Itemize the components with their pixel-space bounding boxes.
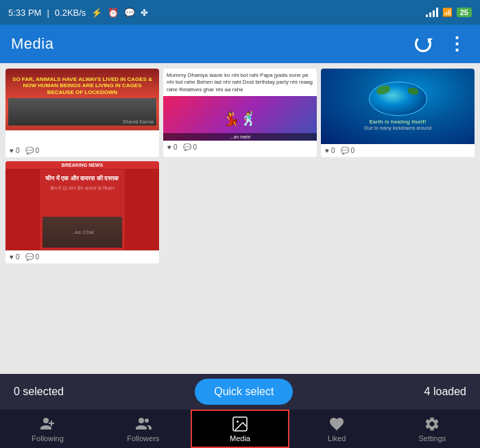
likes-3: ♥ 0 xyxy=(325,147,335,154)
refresh-icon xyxy=(415,36,431,52)
earth-image xyxy=(369,82,427,116)
comments-1: 💬 0 xyxy=(25,147,40,154)
media-icon xyxy=(232,416,248,432)
card-overlay-2: ...on mein xyxy=(163,133,317,141)
battery-icon: 25 xyxy=(457,8,472,17)
status-divider: | xyxy=(47,8,49,18)
nav-label-following: Following xyxy=(32,434,63,443)
more-options-button[interactable]: ⋮ xyxy=(445,31,469,58)
followers-icon xyxy=(135,416,152,432)
comment-icon: 💬 xyxy=(341,147,349,154)
comment-icon: 💬 xyxy=(183,143,191,151)
card-subtext-4: चीन में 32 लोग हैंगा वायरस के शिकार xyxy=(47,186,117,191)
card-headline-1: So far, Animals have always Lived in Cag… xyxy=(8,73,156,99)
card-image-1: So far, Animals have always Lived in Cag… xyxy=(5,69,159,130)
grid-icon: ✤ xyxy=(141,8,148,18)
header: Media ⋮ xyxy=(0,25,480,63)
card-stats-1: ♥ 0 💬 0 xyxy=(5,144,159,157)
refresh-button[interactable] xyxy=(412,33,434,55)
status-time: 5:33 PM xyxy=(8,8,41,18)
card-text-2: Mummy Dhaniya laane ko nhi bol rahi Papa… xyxy=(163,69,317,93)
svg-point-1 xyxy=(139,418,144,423)
heart-icon: ♥ xyxy=(10,253,14,261)
bottom-selection-bar: 0 selected Quick select 4 loaded xyxy=(0,374,480,410)
svg-point-4 xyxy=(237,421,239,423)
nav-item-media[interactable]: Media xyxy=(191,410,289,448)
heart-icon: ♥ xyxy=(325,147,329,154)
card-photo-1: Shared Karma xyxy=(8,98,156,126)
media-card[interactable]: Mummy Dhaniya laane ko nhi bol rahi Papa… xyxy=(163,69,317,157)
status-speed: 0.2KB/s xyxy=(55,8,86,18)
liked-icon xyxy=(328,416,345,432)
card-stats-3: ♥ 0 💬 0 xyxy=(321,144,475,157)
selected-count: 0 selected xyxy=(14,386,64,398)
comments-3: 💬 0 xyxy=(341,147,355,154)
likes-2: ♥ 0 xyxy=(167,143,178,151)
svg-point-2 xyxy=(145,418,149,423)
flash-off-icon: ⚡ xyxy=(91,8,102,18)
nav-label-media: Media xyxy=(230,434,250,443)
media-card[interactable]: So far, Animals have always Lived in Cag… xyxy=(5,69,159,157)
comments-2: 💬 0 xyxy=(183,143,197,151)
nav-item-liked[interactable]: Liked xyxy=(289,410,385,448)
media-grid: So far, Animals have always Lived in Cag… xyxy=(5,69,475,263)
nav-label-followers: Followers xyxy=(127,434,159,443)
nav-item-following[interactable]: Following xyxy=(0,410,95,448)
loaded-count: 4 loaded xyxy=(424,386,466,398)
watermark-1: Shared Karma xyxy=(123,119,154,124)
content-area: So far, Animals have always Lived in Cag… xyxy=(0,63,480,374)
settings-icon xyxy=(424,416,440,432)
comment-icon: 💬 xyxy=(25,147,34,154)
card-image-2: 💃🕺 ...on mein xyxy=(163,96,317,141)
heart-icon: ♥ xyxy=(10,147,14,154)
card-image-3: Earth is healing itself!Due to many lock… xyxy=(321,69,475,144)
card-stats-2: ♥ 0 💬 0 xyxy=(163,141,317,154)
likes-1: ♥ 0 xyxy=(10,147,20,154)
more-icon: ⋮ xyxy=(448,34,466,55)
likes-4: ♥ 0 xyxy=(10,253,20,261)
bottom-navigation: Following Followers Media Liked Settings xyxy=(0,410,480,448)
comments-4: 💬 0 xyxy=(25,253,40,261)
whatsapp-icon: 💬 xyxy=(124,8,135,18)
svg-point-0 xyxy=(43,418,49,423)
media-card[interactable]: BREAKING NEWS चीन में एक और वायरस की दस्… xyxy=(5,161,159,263)
comment-icon: 💬 xyxy=(25,253,34,261)
page-title: Media xyxy=(11,35,53,53)
card-headline-4: चीन में एक और वायरस की दस्तक xyxy=(43,172,121,186)
media-card[interactable]: Earth is healing itself!Due to many lock… xyxy=(321,69,475,157)
nav-item-followers[interactable]: Followers xyxy=(95,410,191,448)
card-photo-4: ...ke Chal xyxy=(43,217,121,248)
wifi-icon: 📶 xyxy=(442,8,453,17)
status-right: 📶 25 xyxy=(426,8,472,17)
card-stats-4: ♥ 0 💬 0 xyxy=(5,250,159,263)
alarm-icon: ⏰ xyxy=(108,8,119,18)
breaking-news-bar: BREAKING NEWS xyxy=(5,161,159,169)
nav-label-settings: Settings xyxy=(419,434,446,443)
header-actions: ⋮ xyxy=(412,31,469,58)
status-bar: 5:33 PM | 0.2KB/s ⚡ ⏰ 💬 ✤ 📶 25 xyxy=(0,0,480,25)
card-caption-3: Earth is healing itself!Due to many lock… xyxy=(364,119,431,131)
following-icon xyxy=(40,416,56,432)
quick-select-button[interactable]: Quick select xyxy=(195,379,293,405)
dance-icon: 💃🕺 xyxy=(223,110,257,127)
nav-label-liked: Liked xyxy=(328,434,346,443)
heart-icon: ♥ xyxy=(167,143,171,151)
signal-icon xyxy=(426,8,438,17)
card-image-4: BREAKING NEWS चीन में एक और वायरस की दस्… xyxy=(5,161,159,250)
nav-item-settings[interactable]: Settings xyxy=(385,410,480,448)
status-left: 5:33 PM | 0.2KB/s ⚡ ⏰ 💬 ✤ xyxy=(8,8,148,18)
